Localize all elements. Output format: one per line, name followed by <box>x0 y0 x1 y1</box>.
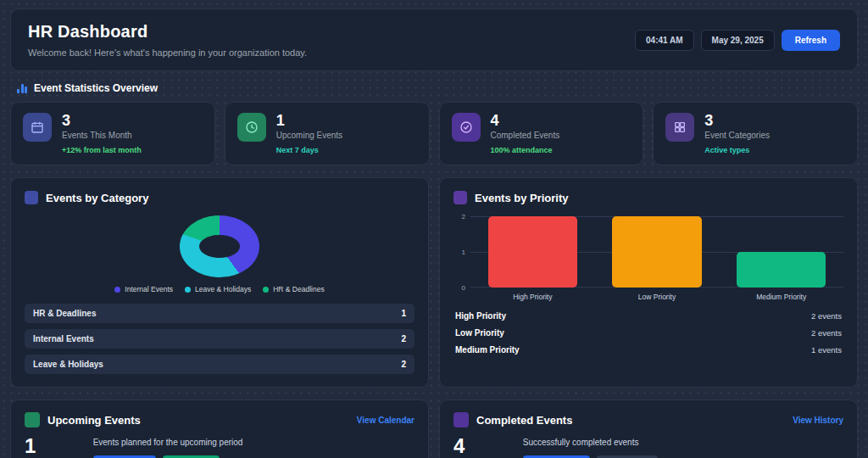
priority-bar <box>737 252 826 288</box>
calendar-icon <box>23 113 52 142</box>
refresh-button[interactable]: Refresh <box>782 30 840 51</box>
priority-row: Medium Priority 1 events <box>453 344 843 356</box>
priority-rows: High Priority 2 events Low Priority 2 ev… <box>453 310 843 356</box>
category-row-label: Leave & Holidays <box>33 360 103 369</box>
time-badge: 04:41 AM <box>635 30 694 51</box>
upcoming-card-icon <box>25 412 40 427</box>
category-row-label: HR & Deadlines <box>33 309 96 318</box>
category-donut-chart <box>180 215 259 277</box>
upcoming-card-title: Upcoming Events <box>47 414 141 427</box>
stat-label: Completed Events <box>491 131 560 140</box>
stat-card-events-this-month: 3 Events This Month +12% from last month <box>10 102 215 165</box>
stat-subtext: Active types <box>704 146 770 154</box>
legend-dot <box>114 287 120 293</box>
header-card: HR Dashboard Welcome back! Here's what's… <box>10 8 858 71</box>
legend-item: Leave & Holidays <box>185 285 251 293</box>
completed-description: Successfully completed events <box>523 438 843 447</box>
charts-grid: Events by Category Internal Events Leave… <box>10 177 858 388</box>
legend-label: Internal Events <box>125 285 173 293</box>
category-row-count: 1 <box>401 309 406 318</box>
priority-bar <box>488 216 578 288</box>
events-by-priority-card: Events by Priority 2 1 0 <box>439 177 858 388</box>
priority-row-label: Medium Priority <box>455 345 520 355</box>
completed-count: 4 <box>453 436 523 456</box>
upcoming-count: 1 <box>25 436 93 456</box>
donut-legend: Internal Events Leave & Holidays HR & De… <box>25 285 415 293</box>
clock-icon <box>237 113 266 142</box>
y-axis: 2 1 0 <box>453 216 465 288</box>
stat-value: 3 <box>62 113 142 128</box>
category-row: HR & Deadlines 1 <box>25 304 415 323</box>
priority-card-icon <box>453 191 467 204</box>
priority-row-count: 2 events <box>811 328 842 338</box>
plot-area <box>470 216 843 288</box>
legend-item: Internal Events <box>114 285 173 293</box>
category-row: Internal Events 2 <box>25 329 415 349</box>
x-axis-label: Medium Priority <box>719 293 843 301</box>
view-history-link[interactable]: View History <box>793 416 843 425</box>
events-by-category-card: Events by Category Internal Events Leave… <box>10 177 429 388</box>
header-text: HR Dashboard Welcome back! Here's what's… <box>28 22 307 58</box>
view-calendar-link[interactable]: View Calendar <box>357 416 415 425</box>
header-actions: 04:41 AM May 29, 2025 Refresh <box>635 30 840 51</box>
priority-row-count: 2 events <box>811 311 842 321</box>
bar-chart-icon <box>17 84 27 93</box>
page-subtitle: Welcome back! Here's what's happening in… <box>28 47 307 58</box>
legend-item: HR & Deadlines <box>263 285 324 293</box>
stats-grid: 3 Events This Month +12% from last month… <box>10 102 858 165</box>
stat-label: Events This Month <box>62 131 142 140</box>
completed-events-card: Completed Events View History 4 Events C… <box>439 399 858 458</box>
stat-subtext: Next 7 days <box>276 146 342 154</box>
completed-card-icon <box>453 412 469 427</box>
category-card-icon <box>25 191 38 204</box>
priority-card-title: Events by Priority <box>475 192 569 204</box>
dashboard-page: HR Dashboard Welcome back! Here's what's… <box>0 0 868 458</box>
upcoming-description: Events planned for the upcoming period <box>93 438 415 447</box>
legend-dot <box>185 287 191 293</box>
stat-card-event-categories: 3 Event Categories Active types <box>653 102 858 165</box>
stat-value: 3 <box>704 113 770 128</box>
grid-icon <box>665 113 694 142</box>
category-row-count: 2 <box>401 334 406 344</box>
upcoming-events-card: Upcoming Events View Calendar 1 Events S… <box>10 399 429 458</box>
y-axis-tick: 1 <box>462 249 465 256</box>
priority-row-label: High Priority <box>455 311 506 321</box>
priority-row: High Priority 2 events <box>453 310 843 322</box>
stat-label: Upcoming Events <box>276 131 342 140</box>
stat-value: 4 <box>491 113 560 128</box>
legend-label: HR & Deadlines <box>273 285 324 293</box>
section-title-row: Event Statistics Overview <box>17 82 851 94</box>
completed-card-title: Completed Events <box>476 414 572 427</box>
category-rows: HR & Deadlines 1 Internal Events 2 Leave… <box>25 304 415 374</box>
priority-row-count: 1 events <box>811 345 842 355</box>
page-title: HR Dashboard <box>28 22 307 42</box>
stat-label: Event Categories <box>704 131 770 140</box>
stat-subtext: +12% from last month <box>62 146 142 154</box>
date-badge: May 29, 2025 <box>701 30 775 51</box>
legend-label: Leave & Holidays <box>195 285 251 293</box>
x-axis-label: Low Priority <box>595 293 720 301</box>
y-axis-tick: 0 <box>462 284 465 292</box>
priority-bar <box>612 216 702 288</box>
y-axis-tick: 2 <box>462 213 465 221</box>
check-circle-icon <box>452 113 481 142</box>
section-title: Event Statistics Overview <box>34 82 158 94</box>
category-row: Leave & Holidays 2 <box>25 355 415 374</box>
category-card-title: Events by Category <box>46 192 148 204</box>
stat-card-completed-events: 4 Completed Events 100% attendance <box>439 102 644 165</box>
stat-subtext: 100% attendance <box>491 146 560 154</box>
legend-dot <box>263 287 269 293</box>
category-row-label: Internal Events <box>33 334 94 344</box>
priority-row: Low Priority 2 events <box>453 327 843 339</box>
stat-card-upcoming-events: 1 Upcoming Events Next 7 days <box>225 102 430 165</box>
bottom-grid: Upcoming Events View Calendar 1 Events S… <box>10 399 858 458</box>
category-row-count: 2 <box>401 360 406 369</box>
priority-bar-chart: 2 1 0 <box>453 216 843 288</box>
x-axis-label: High Priority <box>470 293 595 301</box>
priority-row-label: Low Priority <box>455 328 504 338</box>
stat-value: 1 <box>276 113 342 128</box>
